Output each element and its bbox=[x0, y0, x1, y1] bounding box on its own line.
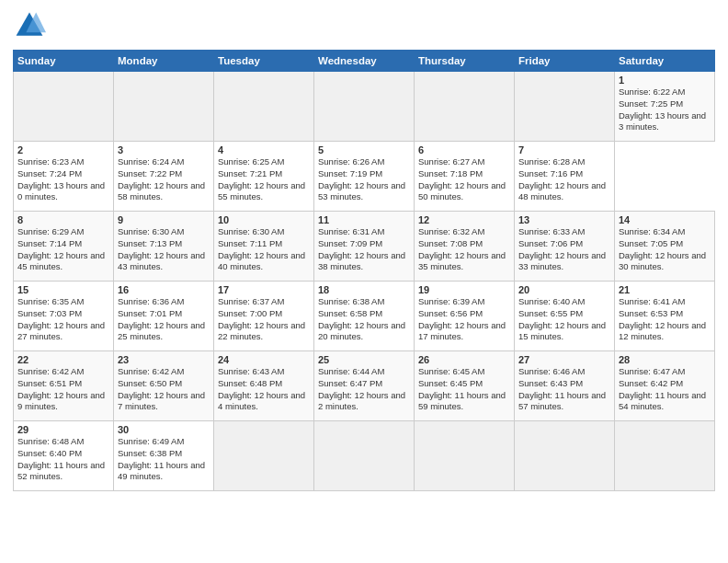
day-number: 29 bbox=[17, 424, 109, 435]
day-number: 18 bbox=[318, 284, 410, 295]
cell-content: Sunrise: 6:24 AMSunset: 7:22 PMDaylight:… bbox=[118, 156, 205, 201]
day-number: 1 bbox=[619, 75, 711, 86]
calendar-cell-day-3: 3 Sunrise: 6:24 AMSunset: 7:22 PMDayligh… bbox=[114, 142, 214, 212]
cell-content: Sunrise: 6:31 AMSunset: 7:09 PMDaylight:… bbox=[318, 226, 405, 271]
cell-content: Sunrise: 6:38 AMSunset: 6:58 PMDaylight:… bbox=[318, 296, 405, 341]
empty-cell bbox=[14, 72, 114, 142]
empty-cell bbox=[214, 421, 314, 491]
cell-content: Sunrise: 6:25 AMSunset: 7:21 PMDaylight:… bbox=[218, 156, 305, 201]
day-number: 13 bbox=[518, 214, 610, 225]
cell-content: Sunrise: 6:30 AMSunset: 7:13 PMDaylight:… bbox=[118, 226, 205, 271]
day-number: 4 bbox=[218, 144, 310, 155]
day-number: 5 bbox=[318, 144, 410, 155]
day-number: 15 bbox=[17, 284, 109, 295]
cell-content: Sunrise: 6:46 AMSunset: 6:43 PMDaylight:… bbox=[518, 366, 606, 411]
empty-cell bbox=[515, 421, 615, 491]
day-number: 19 bbox=[418, 284, 510, 295]
calendar-cell-day-28: 28 Sunrise: 6:47 AMSunset: 6:42 PMDaylig… bbox=[615, 351, 715, 421]
cell-content: Sunrise: 6:29 AMSunset: 7:14 PMDaylight:… bbox=[17, 226, 105, 271]
calendar-cell-day-7: 7 Sunrise: 6:28 AMSunset: 7:16 PMDayligh… bbox=[515, 142, 615, 212]
calendar-cell-day-26: 26 Sunrise: 6:45 AMSunset: 6:45 PMDaylig… bbox=[415, 351, 515, 421]
cell-content: Sunrise: 6:22 AMSunset: 7:25 PMDaylight:… bbox=[619, 86, 706, 132]
cell-content: Sunrise: 6:44 AMSunset: 6:47 PMDaylight:… bbox=[318, 366, 405, 411]
day-number: 9 bbox=[118, 214, 210, 225]
calendar-cell-day-8: 8 Sunrise: 6:29 AMSunset: 7:14 PMDayligh… bbox=[14, 212, 114, 282]
day-number: 20 bbox=[518, 284, 610, 295]
calendar-cell-day-9: 9 Sunrise: 6:30 AMSunset: 7:13 PMDayligh… bbox=[114, 212, 214, 282]
calendar-cell-day-10: 10 Sunrise: 6:30 AMSunset: 7:11 PMDaylig… bbox=[214, 212, 314, 282]
day-number: 17 bbox=[218, 284, 310, 295]
day-number: 27 bbox=[518, 354, 610, 365]
empty-cell bbox=[214, 72, 314, 142]
day-number: 21 bbox=[619, 284, 711, 295]
calendar-cell-day-18: 18 Sunrise: 6:38 AMSunset: 6:58 PMDaylig… bbox=[314, 282, 415, 351]
empty-cell bbox=[615, 421, 715, 491]
day-number: 6 bbox=[418, 144, 510, 155]
cell-content: Sunrise: 6:49 AMSunset: 6:38 PMDaylight:… bbox=[118, 436, 205, 481]
day-header-thursday: Thursday bbox=[415, 51, 515, 72]
cell-content: Sunrise: 6:47 AMSunset: 6:42 PMDaylight:… bbox=[619, 366, 706, 411]
day-number: 26 bbox=[418, 354, 510, 365]
day-number: 14 bbox=[619, 214, 711, 225]
cell-content: Sunrise: 6:35 AMSunset: 7:03 PMDaylight:… bbox=[17, 296, 105, 341]
day-number: 11 bbox=[318, 214, 410, 225]
calendar-cell-day-4: 4 Sunrise: 6:25 AMSunset: 7:21 PMDayligh… bbox=[214, 142, 314, 212]
day-number: 16 bbox=[118, 284, 210, 295]
cell-content: Sunrise: 6:41 AMSunset: 6:53 PMDaylight:… bbox=[619, 296, 706, 341]
day-number: 2 bbox=[17, 144, 109, 155]
cell-content: Sunrise: 6:39 AMSunset: 6:56 PMDaylight:… bbox=[418, 296, 506, 341]
day-number: 7 bbox=[518, 144, 610, 155]
calendar-cell-day-30: 30 Sunrise: 6:49 AMSunset: 6:38 PMDaylig… bbox=[114, 421, 214, 491]
empty-cell bbox=[114, 72, 214, 142]
day-number: 12 bbox=[418, 214, 510, 225]
calendar-cell-day-22: 22 Sunrise: 6:42 AMSunset: 6:51 PMDaylig… bbox=[14, 351, 114, 421]
empty-cell bbox=[314, 72, 415, 142]
day-header-monday: Monday bbox=[114, 51, 214, 72]
cell-content: Sunrise: 6:36 AMSunset: 7:01 PMDaylight:… bbox=[118, 296, 205, 341]
calendar-cell-day-17: 17 Sunrise: 6:37 AMSunset: 7:00 PMDaylig… bbox=[214, 282, 314, 351]
cell-content: Sunrise: 6:28 AMSunset: 7:16 PMDaylight:… bbox=[518, 156, 606, 201]
calendar-cell-day-23: 23 Sunrise: 6:42 AMSunset: 6:50 PMDaylig… bbox=[114, 351, 214, 421]
cell-content: Sunrise: 6:34 AMSunset: 7:05 PMDaylight:… bbox=[619, 226, 706, 271]
cell-content: Sunrise: 6:33 AMSunset: 7:06 PMDaylight:… bbox=[518, 226, 606, 271]
day-header-wednesday: Wednesday bbox=[314, 51, 415, 72]
calendar-cell-day-15: 15 Sunrise: 6:35 AMSunset: 7:03 PMDaylig… bbox=[14, 282, 114, 351]
cell-content: Sunrise: 6:23 AMSunset: 7:24 PMDaylight:… bbox=[17, 156, 105, 201]
calendar-cell-day-6: 6 Sunrise: 6:27 AMSunset: 7:18 PMDayligh… bbox=[415, 142, 515, 212]
day-header-friday: Friday bbox=[515, 51, 615, 72]
calendar-cell-day-21: 21 Sunrise: 6:41 AMSunset: 6:53 PMDaylig… bbox=[615, 282, 715, 351]
calendar-cell-day-13: 13 Sunrise: 6:33 AMSunset: 7:06 PMDaylig… bbox=[515, 212, 615, 282]
logo-icon bbox=[13, 9, 46, 42]
calendar-cell-day-29: 29 Sunrise: 6:48 AMSunset: 6:40 PMDaylig… bbox=[14, 421, 114, 491]
empty-cell bbox=[515, 72, 615, 142]
logo bbox=[13, 9, 50, 42]
day-number: 3 bbox=[118, 144, 210, 155]
day-header-sunday: Sunday bbox=[14, 51, 114, 72]
calendar-cell-day-14: 14 Sunrise: 6:34 AMSunset: 7:05 PMDaylig… bbox=[615, 212, 715, 282]
calendar-cell-day-5: 5 Sunrise: 6:26 AMSunset: 7:19 PMDayligh… bbox=[314, 142, 415, 212]
cell-content: Sunrise: 6:48 AMSunset: 6:40 PMDaylight:… bbox=[17, 436, 105, 481]
day-header-tuesday: Tuesday bbox=[214, 51, 314, 72]
calendar-cell-day-25: 25 Sunrise: 6:44 AMSunset: 6:47 PMDaylig… bbox=[314, 351, 415, 421]
empty-cell bbox=[314, 421, 415, 491]
day-number: 23 bbox=[118, 354, 210, 365]
calendar-cell-day-27: 27 Sunrise: 6:46 AMSunset: 6:43 PMDaylig… bbox=[515, 351, 615, 421]
cell-content: Sunrise: 6:26 AMSunset: 7:19 PMDaylight:… bbox=[318, 156, 405, 201]
day-number: 8 bbox=[17, 214, 109, 225]
day-number: 25 bbox=[318, 354, 410, 365]
day-number: 22 bbox=[17, 354, 109, 365]
day-number: 24 bbox=[218, 354, 310, 365]
calendar-cell-day-19: 19 Sunrise: 6:39 AMSunset: 6:56 PMDaylig… bbox=[415, 282, 515, 351]
day-number: 28 bbox=[619, 354, 711, 365]
cell-content: Sunrise: 6:42 AMSunset: 6:51 PMDaylight:… bbox=[17, 366, 105, 411]
calendar-cell-day-1: 1 Sunrise: 6:22 AMSunset: 7:25 PMDayligh… bbox=[615, 72, 715, 142]
cell-content: Sunrise: 6:43 AMSunset: 6:48 PMDaylight:… bbox=[218, 366, 305, 411]
day-number: 30 bbox=[118, 424, 210, 435]
cell-content: Sunrise: 6:27 AMSunset: 7:18 PMDaylight:… bbox=[418, 156, 506, 201]
cell-content: Sunrise: 6:37 AMSunset: 7:00 PMDaylight:… bbox=[218, 296, 305, 341]
calendar-cell-day-20: 20 Sunrise: 6:40 AMSunset: 6:55 PMDaylig… bbox=[515, 282, 615, 351]
calendar-cell-day-11: 11 Sunrise: 6:31 AMSunset: 7:09 PMDaylig… bbox=[314, 212, 415, 282]
cell-content: Sunrise: 6:45 AMSunset: 6:45 PMDaylight:… bbox=[418, 366, 506, 411]
calendar-cell-day-2: 2 Sunrise: 6:23 AMSunset: 7:24 PMDayligh… bbox=[14, 142, 114, 212]
empty-cell bbox=[415, 421, 515, 491]
